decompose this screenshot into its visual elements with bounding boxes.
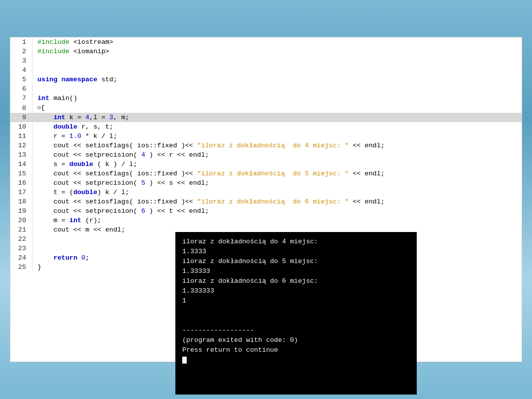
line-number: 21 (10, 225, 33, 234)
terminal-line-2: 1.3333 (182, 247, 410, 257)
code-line-6: 6 (10, 84, 522, 94)
line-number: 19 (10, 206, 33, 216)
code-line-3: 3 (10, 56, 522, 66)
code-line-10: 10 double r, s, t; (10, 122, 522, 132)
line-number: 25 (10, 263, 33, 272)
code-line-1: 1 #include <iostream> (10, 37, 522, 47)
terminal-line-7: 1 (182, 296, 410, 306)
line-number: 10 (10, 122, 33, 132)
line-content: cout << setprecision( 5 ) << s << endl; (33, 178, 209, 188)
terminal-line-8 (182, 306, 410, 316)
line-content: r = 1.0 * k / l; (33, 132, 117, 141)
line-number: 4 (10, 66, 33, 75)
line-number: 8 (10, 103, 33, 113)
line-number: 17 (10, 188, 33, 197)
code-line-2: 2 #include <iomanip> (10, 47, 522, 56)
code-line-18: 18 cout << setiosflags( ios::fixed )<< "… (10, 197, 522, 206)
code-line-8: 8 ⊟{ (10, 103, 522, 113)
terminal-line-6: 1.333333 (182, 286, 410, 296)
line-content: #include <iomanip> (33, 47, 109, 56)
code-line-14: 14 s = double ( k ) / l; (10, 160, 522, 169)
code-line-5: 5 using namespace std; (10, 75, 522, 84)
line-content: cout << setprecision( 6 ) << t << endl; (33, 206, 209, 216)
line-content: cout << setiosflags( ios::fixed )<< "ilo… (33, 169, 385, 178)
line-number: 15 (10, 169, 33, 178)
line-number: 13 (10, 150, 33, 160)
terminal-line-4: 1.33333 (182, 266, 410, 276)
code-line-19: 19 cout << setprecision( 6 ) << t << end… (10, 206, 522, 216)
code-line-9: 9 int k = 4,l = 3, m; (10, 113, 522, 122)
code-line-11: 11 r = 1.0 * k / l; (10, 132, 522, 141)
line-content: t = (double) k / l; (33, 188, 129, 197)
terminal-line-3: iloraz z dokładnością do 5 miejsc: (182, 257, 410, 266)
line-number: 20 (10, 216, 33, 225)
terminal-line-11: (program exited with code: 0) (182, 335, 410, 345)
line-number: 5 (10, 75, 33, 84)
line-number: 14 (10, 160, 33, 169)
line-content: int main() (33, 94, 77, 103)
line-number: 24 (10, 253, 33, 263)
line-number: 9 (10, 113, 33, 122)
line-number: 3 (10, 56, 33, 66)
code-line-17: 17 t = (double) k / l; (10, 188, 522, 197)
line-content: using namespace std; (33, 75, 117, 84)
line-number: 16 (10, 178, 33, 188)
code-line-7: 7 int main() (10, 94, 522, 103)
line-content: cout << setiosflags( ios::fixed )<< "ilo… (33, 141, 385, 150)
line-number: 6 (10, 84, 33, 94)
line-content: } (33, 263, 41, 272)
line-number: 11 (10, 132, 33, 141)
line-number: 2 (10, 47, 33, 56)
line-number: 7 (10, 94, 33, 103)
code-line-4: 4 (10, 66, 522, 75)
line-content: m = int (r); (33, 216, 101, 225)
terminal-line-10: ------------------ (182, 326, 410, 335)
line-number: 18 (10, 197, 33, 206)
code-line-13: 13 cout << setprecision( 4 ) << r << end… (10, 150, 522, 160)
line-number: 22 (10, 234, 33, 244)
code-line-20: 20 m = int (r); (10, 216, 522, 225)
line-content: cout << m << endl; (33, 225, 125, 234)
line-number: 12 (10, 141, 33, 150)
terminal-line-9 (182, 316, 410, 326)
line-content: ⊟{ (33, 103, 45, 113)
terminal-line-12: Press return to continue (182, 345, 410, 355)
line-number: 1 (10, 37, 33, 47)
line-content: s = double ( k ) / l; (33, 160, 137, 169)
code-line-12: 12 cout << setiosflags( ios::fixed )<< "… (10, 141, 522, 150)
line-content: #include <iostream> (33, 37, 113, 47)
terminal-cursor-line (182, 355, 410, 365)
line-content: return 0; (33, 253, 89, 263)
terminal-window: iloraz z dokładnością do 4 miejsc: 1.333… (175, 232, 417, 395)
line-content: cout << setprecision( 4 ) << r << endl; (33, 150, 209, 160)
terminal-cursor (182, 357, 187, 364)
ide-window: 1 #include <iostream> 2 #include <iomani… (10, 37, 522, 362)
line-content: cout << setiosflags( ios::fixed )<< "ilo… (33, 197, 385, 206)
line-content: double r, s, t; (33, 122, 113, 132)
code-line-16: 16 cout << setprecision( 5 ) << s << end… (10, 178, 522, 188)
terminal-line-1: iloraz z dokładnością do 4 miejsc: (182, 237, 410, 247)
line-number: 23 (10, 244, 33, 253)
line-content: int k = 4,l = 3, m; (33, 113, 129, 122)
terminal-line-5: iloraz z dokładnością do 6 miejsc: (182, 276, 410, 286)
code-line-15: 15 cout << setiosflags( ios::fixed )<< "… (10, 169, 522, 178)
